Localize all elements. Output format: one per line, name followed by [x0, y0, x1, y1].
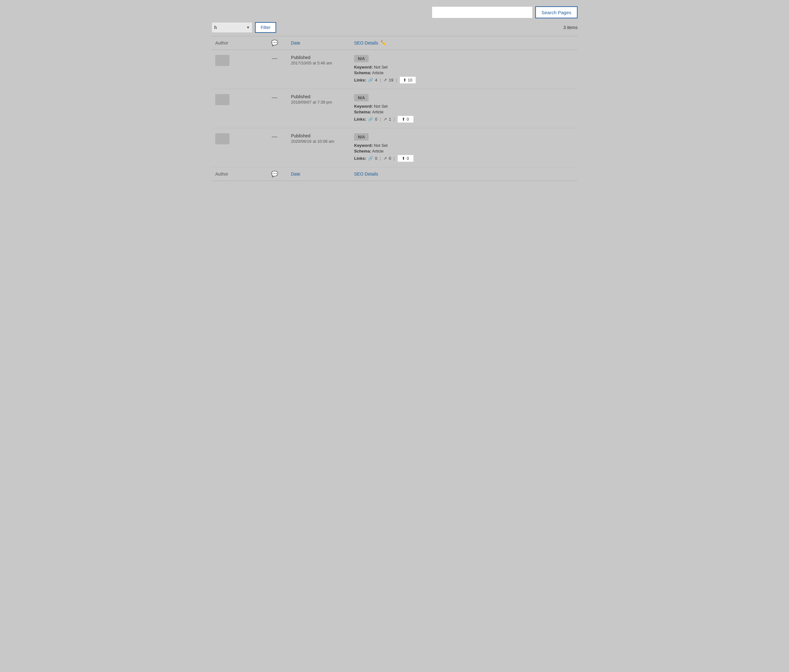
col-footer-comments[interactable]: 💬	[262, 167, 287, 181]
col-footer-seo[interactable]: SEO Details	[350, 167, 578, 181]
table-footer-row: Author 💬 Date SEO Details	[211, 167, 578, 181]
seo-links-row: Links: 🔗 0 | ↗ 0 | ⬆ 0	[354, 155, 574, 162]
filter-left: h ▼ Filter	[211, 22, 276, 33]
schema-value: Article	[372, 149, 383, 154]
date-value: 2018/09/07 at 7:39 pm	[291, 100, 347, 104]
author-thumbnail	[215, 133, 230, 144]
col-footer-author[interactable]: Author	[211, 167, 262, 181]
filter-button[interactable]: Filter	[255, 22, 276, 33]
external-link-icon: ↗	[383, 117, 387, 122]
separator-2: |	[396, 78, 397, 82]
external-link-count: 0	[389, 156, 391, 161]
filter-dropdown[interactable]: h	[211, 22, 252, 33]
schema-value: Article	[372, 70, 383, 75]
inbound-link-count: 0	[406, 156, 409, 161]
external-link-count: 19	[389, 78, 393, 82]
external-link-count: 1	[389, 117, 391, 122]
col-header-date[interactable]: Date	[287, 36, 350, 50]
inbound-link-count: 10	[408, 78, 412, 82]
external-link-icon: ↗	[383, 156, 387, 161]
seo-keyword-row: Keyword: Not Set	[354, 104, 574, 109]
separator-2: |	[394, 117, 394, 122]
internal-link-icon: 🔗	[368, 156, 373, 161]
comment-bubble-icon-footer: 💬	[271, 171, 278, 177]
keyword-label: Keyword:	[354, 143, 373, 148]
date-status: Published	[291, 94, 347, 99]
seo-header-wrap: SEO Details ✏️	[354, 40, 574, 46]
top-search-row: Search Pages	[211, 6, 578, 18]
search-pages-button[interactable]: Search Pages	[535, 6, 578, 18]
date-value: 2020/06/16 at 10:08 am	[291, 139, 347, 144]
internal-link-count: 4	[375, 78, 377, 82]
col-header-seo[interactable]: SEO Details ✏️	[350, 36, 578, 50]
author-thumbnail	[215, 94, 230, 105]
edit-icon[interactable]: ✏️	[381, 40, 387, 46]
author-cell	[211, 50, 262, 89]
col-footer-date[interactable]: Date	[287, 167, 350, 181]
inbound-link-count: 0	[406, 117, 409, 122]
links-label: Links:	[354, 156, 366, 161]
comments-value: —	[266, 133, 283, 140]
inbound-link-icon: ⬆	[402, 117, 405, 122]
separator-1: |	[380, 156, 381, 161]
separator-1: |	[380, 78, 381, 82]
table-row: — Published 2017/10/05 at 5:46 am N/A Ke…	[211, 50, 578, 89]
date-status: Published	[291, 55, 347, 60]
schema-label: Schema:	[354, 110, 371, 114]
date-cell: Published 2017/10/05 at 5:46 am	[287, 50, 350, 89]
keyword-label: Keyword:	[354, 65, 373, 69]
items-count: 3 items	[563, 25, 578, 30]
author-cell	[211, 128, 262, 167]
table-row: — Published 2018/09/07 at 7:39 pm N/A Ke…	[211, 89, 578, 128]
author-thumbnail	[215, 55, 230, 66]
internal-link-icon: 🔗	[368, 117, 373, 122]
comments-cell: —	[262, 89, 287, 128]
col-header-author[interactable]: Author	[211, 36, 262, 50]
internal-link-count: 0	[375, 156, 377, 161]
date-status: Published	[291, 133, 347, 138]
seo-score-badge: N/A	[354, 94, 369, 101]
date-cell: Published 2020/06/16 at 10:08 am	[287, 128, 350, 167]
keyword-value: Not Set	[374, 104, 388, 109]
inbound-link-icon: ⬆	[403, 78, 406, 82]
links-label: Links:	[354, 78, 366, 82]
comment-bubble-icon: 💬	[271, 40, 278, 46]
seo-schema-row: Schema: Article	[354, 110, 574, 114]
seo-score-badge: N/A	[354, 133, 369, 141]
external-link-icon: ↗	[383, 78, 387, 82]
table-body: — Published 2017/10/05 at 5:46 am N/A Ke…	[211, 50, 578, 167]
comments-value: —	[266, 94, 283, 101]
seo-cell: N/A Keyword: Not Set Schema: Article Lin…	[350, 89, 578, 128]
comments-cell: —	[262, 128, 287, 167]
schema-label: Schema:	[354, 70, 371, 75]
table-row: — Published 2020/06/16 at 10:08 am N/A K…	[211, 128, 578, 167]
dropdown-wrapper: h ▼	[211, 22, 252, 33]
seo-keyword-row: Keyword: Not Set	[354, 65, 574, 69]
seo-cell: N/A Keyword: Not Set Schema: Article Lin…	[350, 128, 578, 167]
seo-keyword-row: Keyword: Not Set	[354, 143, 574, 148]
inbound-link-icon: ⬆	[402, 156, 405, 161]
filter-row: h ▼ Filter 3 items	[211, 22, 578, 33]
schema-value: Article	[372, 110, 383, 114]
comments-value: —	[266, 55, 283, 62]
date-cell: Published 2018/09/07 at 7:39 pm	[287, 89, 350, 128]
internal-link-icon: 🔗	[368, 78, 373, 82]
keyword-value: Not Set	[374, 143, 388, 148]
seo-schema-row: Schema: Article	[354, 149, 574, 154]
seo-score-badge: N/A	[354, 55, 369, 62]
keyword-value: Not Set	[374, 65, 388, 69]
table-header-row: Author 💬 Date SEO Details ✏️	[211, 36, 578, 50]
links-label: Links:	[354, 117, 366, 122]
inbound-link-badge: ⬆ 0	[397, 115, 414, 123]
internal-link-count: 0	[375, 117, 377, 122]
seo-schema-row: Schema: Article	[354, 70, 574, 75]
inbound-link-badge: ⬆ 0	[397, 155, 414, 162]
pages-table: Author 💬 Date SEO Details ✏️	[211, 36, 578, 181]
seo-links-row: Links: 🔗 0 | ↗ 1 | ⬆ 0	[354, 115, 574, 123]
seo-links-row: Links: 🔗 4 | ↗ 19 | ⬆ 10	[354, 77, 574, 84]
search-input[interactable]	[432, 6, 533, 18]
schema-label: Schema:	[354, 149, 371, 154]
separator-1: |	[380, 117, 381, 122]
separator-2: |	[394, 156, 394, 161]
col-header-comments[interactable]: 💬	[262, 36, 287, 50]
